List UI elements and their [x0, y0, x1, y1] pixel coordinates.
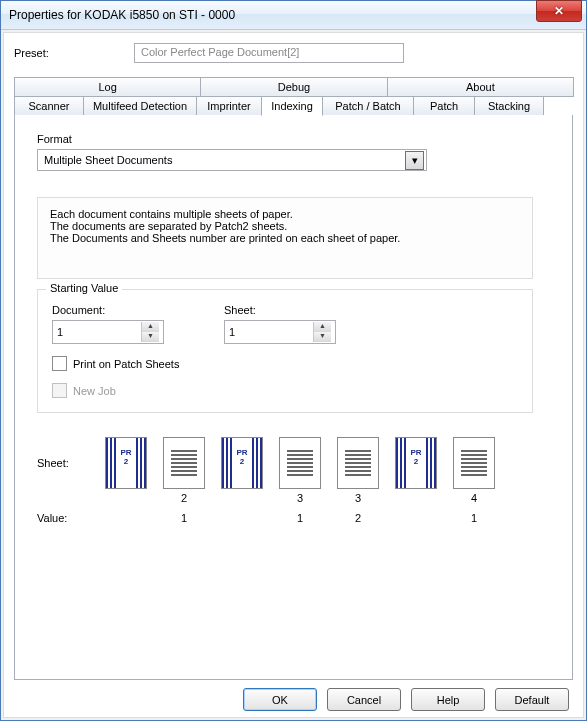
ok-button[interactable]: OK [243, 688, 317, 711]
tab-row-bottom: Scanner Multifeed Detection Imprinter In… [14, 96, 573, 116]
document-spinner[interactable]: ▲▼ [52, 320, 164, 344]
tab-stacking[interactable]: Stacking [474, 96, 544, 116]
chevron-down-icon[interactable]: ▾ [405, 151, 424, 170]
tab-row-top: Log Debug About [14, 77, 573, 97]
titlebar[interactable]: Properties for KODAK i5850 on STI - 0000… [1, 1, 586, 30]
format-combo[interactable]: Multiple Sheet Documents ▾ [37, 149, 427, 171]
preview-cells: PR 22PR 233PR 24 [105, 437, 495, 504]
tab-debug[interactable]: Debug [200, 77, 387, 97]
preview-sheet-row: Sheet: PR 22PR 233PR 24 [37, 437, 550, 504]
new-job-label: New Job [73, 385, 116, 397]
button-bar: OK Cancel Help Default [14, 680, 573, 711]
sheet-number: 4 [471, 492, 477, 504]
sheet-number: 3 [355, 492, 361, 504]
tab-page-indexing: Format Multiple Sheet Documents ▾ Each d… [14, 115, 573, 680]
window-title: Properties for KODAK i5850 on STI - 0000 [9, 8, 536, 22]
tab-about[interactable]: About [387, 77, 574, 97]
document-page-icon [163, 437, 205, 489]
tab-scanner[interactable]: Scanner [14, 96, 84, 116]
document-page-icon [337, 437, 379, 489]
properties-window: Properties for KODAK i5850 on STI - 0000… [0, 0, 587, 721]
value-number [221, 512, 263, 524]
value-cells: 1121 [105, 512, 495, 524]
patch-page-icon: PR 2 [395, 437, 437, 489]
cancel-button[interactable]: Cancel [327, 688, 401, 711]
format-description: Each document contains multiple sheets o… [37, 197, 533, 279]
document-page-icon [279, 437, 321, 489]
client-area: Preset: Color Perfect Page Document[2] L… [3, 32, 584, 718]
print-on-patch-checkbox[interactable] [52, 356, 67, 371]
patch-page-icon: PR 2 [221, 437, 263, 489]
starting-value-row: Document: ▲▼ Sheet: ▲▼ [52, 304, 518, 344]
preview-cell: PR 2 [105, 437, 147, 504]
document-input[interactable] [53, 323, 141, 341]
spinner-buttons[interactable]: ▲▼ [141, 322, 159, 342]
tab-indexing[interactable]: Indexing [261, 96, 323, 116]
value-row-label: Value: [37, 512, 93, 524]
description-line: Each document contains multiple sheets o… [50, 208, 520, 220]
value-number: 1 [453, 512, 495, 524]
value-number [105, 512, 147, 524]
chevron-up-icon[interactable]: ▲ [142, 322, 159, 332]
value-number: 2 [337, 512, 379, 524]
sheet-number: 3 [297, 492, 303, 504]
format-value: Multiple Sheet Documents [44, 154, 405, 166]
print-on-patch-label: Print on Patch Sheets [73, 358, 179, 370]
print-on-patch-row[interactable]: Print on Patch Sheets [52, 356, 518, 371]
new-job-row: New Job [52, 383, 518, 398]
close-button[interactable]: ✕ [536, 0, 582, 22]
value-number [395, 512, 437, 524]
tab-patchbatch[interactable]: Patch / Batch [322, 96, 414, 116]
tab-imprinter[interactable]: Imprinter [196, 96, 262, 116]
patch-page-icon: PR 2 [105, 437, 147, 489]
preset-row: Preset: Color Perfect Page Document[2] [14, 43, 573, 63]
sheet-label: Sheet: [224, 304, 336, 316]
close-icon: ✕ [554, 4, 564, 18]
help-button[interactable]: Help [411, 688, 485, 711]
description-line: The documents are separated by Patch2 sh… [50, 220, 520, 232]
spinner-buttons[interactable]: ▲▼ [313, 322, 331, 342]
document-column: Document: ▲▼ [52, 304, 164, 344]
chevron-down-icon[interactable]: ▼ [142, 332, 159, 342]
preview-cell: 3 [279, 437, 321, 504]
value-number: 1 [279, 512, 321, 524]
tab-log[interactable]: Log [14, 77, 201, 97]
sheet-column: Sheet: ▲▼ [224, 304, 336, 344]
default-button[interactable]: Default [495, 688, 569, 711]
starting-value-group: Starting Value Document: ▲▼ Sheet: ▲▼ [37, 289, 533, 413]
sheet-input[interactable] [225, 323, 313, 341]
chevron-down-icon[interactable]: ▼ [314, 332, 331, 342]
preset-field[interactable]: Color Perfect Page Document[2] [134, 43, 404, 63]
tab-multifeed[interactable]: Multifeed Detection [83, 96, 197, 116]
preview-cell: 2 [163, 437, 205, 504]
sheet-row-label: Sheet: [37, 437, 93, 469]
preview-cell: 4 [453, 437, 495, 504]
format-label: Format [37, 133, 550, 145]
document-page-icon [453, 437, 495, 489]
preview-value-row: Value: 1121 [37, 512, 550, 524]
chevron-up-icon[interactable]: ▲ [314, 322, 331, 332]
new-job-checkbox [52, 383, 67, 398]
sheet-number: 2 [181, 492, 187, 504]
preset-label: Preset: [14, 47, 134, 59]
preview-cell: PR 2 [221, 437, 263, 504]
sheet-spinner[interactable]: ▲▼ [224, 320, 336, 344]
tab-patch[interactable]: Patch [413, 96, 475, 116]
preview-cell: 3 [337, 437, 379, 504]
document-label: Document: [52, 304, 164, 316]
preview-cell: PR 2 [395, 437, 437, 504]
value-number: 1 [163, 512, 205, 524]
description-line: The Documents and Sheets number are prin… [50, 232, 520, 244]
starting-value-legend: Starting Value [46, 282, 122, 294]
